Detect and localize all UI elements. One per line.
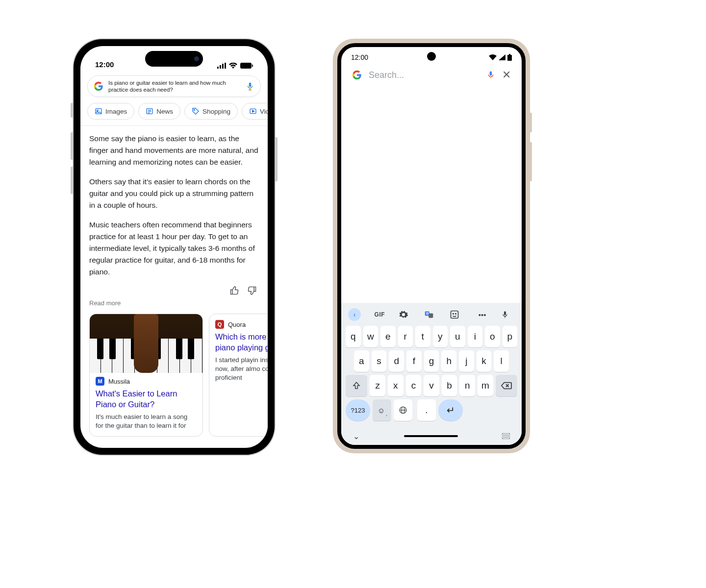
chip-label: Shopping bbox=[202, 108, 230, 115]
key-m[interactable]: m bbox=[478, 375, 493, 396]
key-x[interactable]: x bbox=[388, 375, 403, 396]
mic-icon[interactable] bbox=[486, 71, 495, 79]
svg-point-34 bbox=[505, 435, 506, 436]
chip-label: Vide bbox=[260, 108, 268, 115]
svg-rect-1 bbox=[220, 65, 221, 69]
svg-point-37 bbox=[505, 437, 506, 438]
favicon-icon: Q bbox=[215, 320, 224, 329]
news-icon bbox=[146, 107, 153, 115]
wifi-icon bbox=[229, 63, 237, 69]
key-g[interactable]: g bbox=[424, 350, 439, 372]
key-j[interactable]: j bbox=[459, 350, 474, 372]
svg-rect-3 bbox=[225, 63, 226, 69]
key-c[interactable]: c bbox=[406, 375, 422, 396]
key-b[interactable]: b bbox=[442, 375, 457, 396]
svg-rect-7 bbox=[250, 88, 251, 90]
keyboard-toolbar: ‹ GIF G ••• bbox=[343, 305, 520, 324]
key-i[interactable]: i bbox=[468, 326, 483, 347]
key-r[interactable]: r bbox=[398, 326, 413, 347]
key-w[interactable]: w bbox=[363, 326, 378, 347]
chevron-left-icon[interactable]: ‹ bbox=[348, 308, 361, 321]
mic-icon[interactable] bbox=[501, 310, 515, 319]
svg-text:G: G bbox=[426, 312, 429, 315]
keyboard-row: zxcvbnm bbox=[343, 373, 520, 398]
svg-rect-27 bbox=[504, 311, 506, 315]
svg-rect-8 bbox=[249, 90, 252, 91]
favicon-icon: M bbox=[96, 377, 104, 386]
dynamic-island bbox=[145, 51, 203, 67]
gesture-handle bbox=[404, 435, 458, 437]
sticker-icon[interactable] bbox=[450, 310, 463, 319]
result-card[interactable]: M Mussila What's Easier to Learn Piano o… bbox=[89, 314, 203, 437]
key-q[interactable]: q bbox=[346, 326, 361, 347]
key-y[interactable]: y bbox=[433, 326, 448, 347]
backspace-key[interactable] bbox=[496, 375, 517, 396]
card-source: Q Quora bbox=[215, 320, 268, 329]
card-image bbox=[90, 314, 202, 373]
key-k[interactable]: k bbox=[477, 350, 492, 372]
emoji-key[interactable]: ☺, bbox=[373, 399, 391, 421]
shift-key[interactable] bbox=[346, 375, 367, 396]
feedback-row bbox=[80, 286, 268, 297]
chip-news[interactable]: News bbox=[138, 103, 180, 120]
keyboard-switcher-icon[interactable] bbox=[502, 433, 510, 439]
mic-icon[interactable] bbox=[246, 82, 254, 91]
key-l[interactable]: l bbox=[494, 350, 509, 372]
more-icon[interactable]: ••• bbox=[476, 311, 489, 319]
wifi-icon bbox=[489, 54, 497, 60]
pixel-volume-button bbox=[530, 142, 532, 181]
result-card[interactable]: Q Quora Which is more playing piano play… bbox=[209, 314, 268, 437]
chip-images[interactable]: Images bbox=[87, 103, 134, 120]
translate-icon[interactable]: G bbox=[424, 310, 438, 319]
thumbs-down-icon[interactable] bbox=[247, 286, 257, 295]
key-z[interactable]: z bbox=[370, 375, 385, 396]
chip-label: News bbox=[156, 108, 173, 115]
enter-key[interactable]: ↵ bbox=[438, 399, 463, 421]
close-icon[interactable]: ✕ bbox=[502, 69, 511, 81]
key-t[interactable]: t bbox=[415, 326, 430, 347]
cellular-icon bbox=[499, 54, 505, 60]
answer-block: Some say the piano is easier to learn, a… bbox=[80, 133, 268, 278]
key-f[interactable]: f bbox=[406, 350, 422, 372]
keyboard-row: ?123 ☺, . ↵ bbox=[343, 398, 520, 422]
key-u[interactable]: u bbox=[450, 326, 465, 347]
iphone-frame: 12:00 Is piano or guitar bbox=[74, 39, 275, 455]
svg-rect-24 bbox=[451, 311, 458, 318]
divider bbox=[80, 125, 268, 126]
key-p[interactable]: p bbox=[503, 326, 518, 347]
chip-videos[interactable]: Vide bbox=[242, 103, 268, 120]
svg-rect-5 bbox=[252, 65, 253, 67]
symbols-key[interactable]: ?123 bbox=[346, 399, 370, 421]
svg-rect-2 bbox=[222, 64, 224, 69]
svg-point-25 bbox=[453, 314, 454, 315]
keyboard-row: asdfghjkl bbox=[343, 349, 520, 373]
key-e[interactable]: e bbox=[380, 326, 396, 347]
svg-point-15 bbox=[194, 109, 195, 110]
key-o[interactable]: o bbox=[485, 326, 500, 347]
battery-icon bbox=[507, 54, 512, 61]
battery-icon bbox=[240, 63, 253, 69]
key-h[interactable]: h bbox=[441, 350, 456, 372]
key-a[interactable]: a bbox=[354, 350, 369, 372]
svg-point-35 bbox=[507, 435, 508, 436]
key-n[interactable]: n bbox=[459, 375, 475, 396]
globe-key[interactable] bbox=[394, 399, 412, 421]
chip-shopping[interactable]: Shopping bbox=[184, 103, 238, 120]
google-logo-icon bbox=[352, 70, 362, 80]
search-bar[interactable]: Search... ✕ bbox=[341, 65, 522, 85]
read-more-link[interactable]: Read more bbox=[80, 297, 268, 314]
key-d[interactable]: d bbox=[389, 350, 404, 372]
svg-rect-18 bbox=[509, 54, 510, 55]
chip-label: Images bbox=[105, 108, 127, 115]
keyboard: ‹ GIF G ••• bbox=[341, 303, 522, 427]
nav-collapse-icon[interactable]: ⌄ bbox=[353, 432, 359, 441]
search-bar[interactable]: Is piano or guitar easier to learn and h… bbox=[87, 75, 261, 97]
gear-icon[interactable] bbox=[399, 310, 412, 319]
svg-rect-22 bbox=[429, 314, 433, 318]
key-s[interactable]: s bbox=[372, 350, 387, 372]
gif-button[interactable]: GIF bbox=[373, 311, 386, 318]
thumbs-up-icon[interactable] bbox=[229, 286, 239, 295]
svg-point-38 bbox=[507, 437, 508, 438]
key-v[interactable]: v bbox=[424, 375, 439, 396]
period-key[interactable]: . bbox=[417, 399, 436, 421]
